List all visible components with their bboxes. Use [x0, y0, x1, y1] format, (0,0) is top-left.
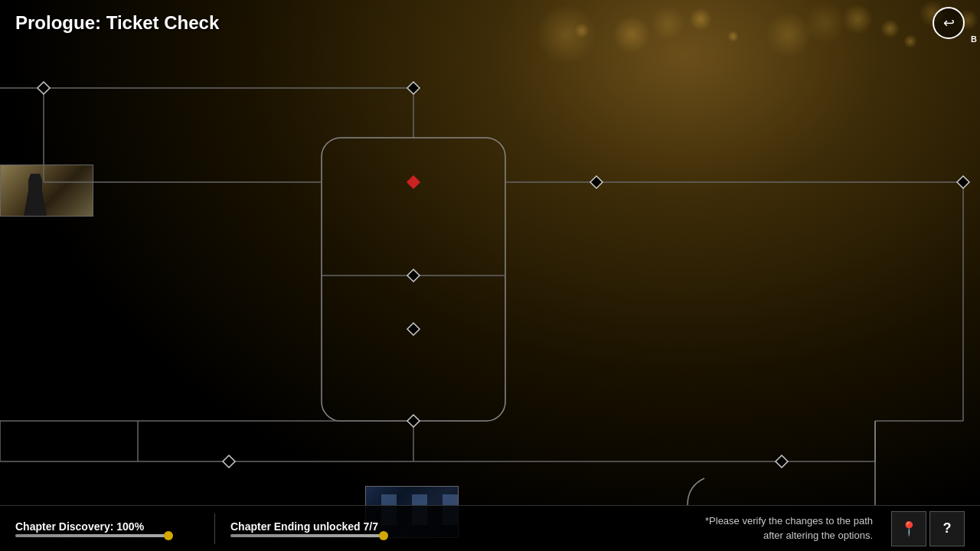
map-button[interactable]: 📍: [891, 511, 926, 546]
b-label: B: [971, 34, 977, 44]
ending-label: Chapter Ending unlocked 7/7: [230, 520, 430, 533]
header: Prologue: Ticket Check ↩ B: [0, 0, 980, 46]
node-n4: [590, 176, 603, 188]
node-n1: [38, 82, 50, 94]
bottom-bar: Chapter Discovery: 100% Chapter Ending u…: [0, 505, 980, 551]
flowchart-svg: .node-path { stroke: #888; stroke-width:…: [0, 46, 980, 505]
node-n7: [957, 176, 969, 188]
node-n2: [407, 82, 420, 94]
back-arrow-icon: ↩: [943, 16, 955, 30]
help-button[interactable]: ?: [929, 511, 965, 546]
verify-text: *Please verify the changes to the path a…: [430, 514, 888, 542]
discovery-progress-bar: [15, 534, 168, 537]
ending-fill: [230, 534, 384, 537]
back-button[interactable]: ↩ B: [933, 7, 965, 39]
divider-1: [214, 514, 215, 544]
node-n6: [407, 323, 420, 335]
ending-dot: [379, 531, 388, 540]
node-n3-red: [407, 176, 420, 188]
map-icon: 📍: [900, 520, 917, 537]
node-n6-bottom: [407, 415, 420, 427]
discovery-dot: [164, 531, 173, 540]
node-n9: [776, 455, 788, 468]
node-n5: [407, 269, 420, 282]
ending-section: Chapter Ending unlocked 7/7: [230, 520, 430, 537]
discovery-section: Chapter Discovery: 100%: [15, 520, 199, 537]
node-n8: [223, 455, 235, 468]
page-title: Prologue: Ticket Check: [15, 12, 219, 34]
help-icon: ?: [943, 520, 952, 536]
discovery-label: Chapter Discovery: 100%: [15, 520, 199, 533]
ending-progress-bar: [230, 534, 384, 537]
discovery-fill: [15, 534, 168, 537]
flowchart-area: .node-path { stroke: #888; stroke-width:…: [0, 46, 980, 505]
